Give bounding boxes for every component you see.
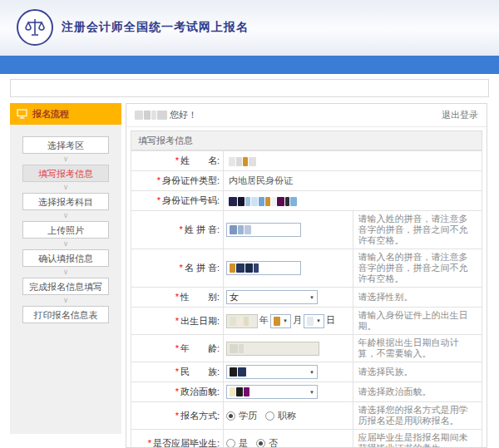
greeting-bar: 您好！ 退出登录: [126, 104, 487, 127]
greeting: 您好！: [135, 109, 197, 121]
field-hint-age: 年龄根据出生日期自动计算，不需要输入。: [353, 335, 482, 362]
sidebar-step-2[interactable]: 填写报考信息: [22, 165, 109, 182]
form-row-gender: *性 别:女▼请选择性别。: [131, 288, 482, 308]
field-label-birthdate: *出生日期:: [131, 308, 224, 335]
required-asterisk: *: [175, 292, 179, 302]
form-row-ethnicity: *民 族:▼请选择民族。: [131, 362, 482, 382]
required-asterisk: *: [175, 386, 179, 396]
redaction-block: [285, 197, 289, 206]
gender-select-value: 女: [230, 291, 239, 303]
required-asterisk: *: [148, 438, 151, 448]
redaction-block: [274, 317, 280, 326]
field-control-surname-pinyin: [224, 211, 353, 249]
dropdown-arrow-icon: ▼: [309, 370, 314, 375]
sidebar-step-7[interactable]: 打印报名信息表: [22, 306, 109, 323]
field-control-gender: 女▼: [224, 288, 353, 308]
redaction-block: [238, 197, 245, 206]
sidebar-header: 报名流程: [10, 103, 121, 125]
section-title: 填写报考信息: [131, 130, 482, 150]
required-asterisk: *: [157, 175, 161, 185]
ethnicity-select[interactable]: ▼: [226, 365, 318, 379]
redaction-block: [230, 225, 237, 234]
sidebar-step-5[interactable]: 确认填报信息: [22, 249, 109, 267]
form-row-givenname-pinyin: *名 拼 音:请输入名的拼音，请注意多音字的拼音，拼音之间不允许有空格。: [131, 249, 482, 288]
birthdate-year-input[interactable]: [226, 314, 258, 328]
political-status-select[interactable]: ▼: [226, 385, 318, 399]
redacted-value: [230, 225, 251, 234]
redaction-block: [157, 111, 167, 120]
fresh-graduate-radio-label-2: 否: [269, 438, 278, 448]
redaction-block: [245, 263, 253, 273]
form-container: 填写报考信息 *姓 名:*身份证件类型:内地居民身份证*身份证件号码:*姓 拼 …: [131, 130, 482, 448]
field-label-gender: *性 别:: [131, 288, 224, 308]
required-asterisk: *: [157, 195, 161, 205]
field-hint-ethnicity: 请选择民族。: [353, 362, 482, 382]
form-row-birthdate: *出生日期:年▼月▼日请输入身份证件上的出生日期。: [131, 308, 482, 335]
chevron-down-icon: ∨: [22, 154, 109, 165]
required-asterisk: *: [175, 411, 179, 421]
field-control-age: [224, 335, 353, 362]
field-hint-fresh-graduate: 应届毕业生是指报名期间未获得毕业证书的考生。: [353, 430, 482, 448]
fresh-graduate-radio-1[interactable]: [226, 439, 235, 448]
redaction-block: [236, 387, 243, 396]
unit-label: 日: [326, 315, 335, 325]
site-title: 注册会计师全国统一考试网上报名: [62, 20, 249, 35]
logout-link[interactable]: 退出登录: [442, 109, 478, 121]
field-hint-birthdate: 请输入身份证件上的出生日期。: [353, 308, 482, 335]
redaction-block: [238, 225, 244, 234]
redaction-block: [230, 367, 237, 377]
dropdown-arrow-icon: ▼: [283, 318, 288, 323]
field-value-id-type: 内地居民身份证: [224, 171, 482, 191]
redacted-value: [230, 263, 259, 273]
form-row-surname-pinyin: *姓 拼 音:请输入姓的拼音，请注意多音字的拼音，拼音之间不允许有空格。: [131, 211, 482, 249]
field-hint-registration-method: 请选择您的报名方式是用学历报名还是用职称报名。: [353, 402, 482, 430]
redaction-block: [230, 317, 236, 326]
field-control-fresh-graduate: 是否: [224, 430, 353, 448]
field-label-givenname-pinyin: *名 拼 音:: [131, 249, 224, 288]
field-hint-political-status: 请选择政治面貌。: [353, 382, 482, 402]
redaction-block: [245, 225, 251, 234]
scales-icon: [24, 17, 46, 38]
field-control-givenname-pinyin: [224, 249, 353, 288]
redaction-block: [230, 344, 238, 353]
age-input[interactable]: [226, 342, 319, 356]
fresh-graduate-radio-2[interactable]: [256, 439, 265, 448]
gender-select[interactable]: 女▼: [226, 290, 318, 304]
field-value-id-number: [224, 191, 482, 211]
top-nav-bar: [0, 56, 499, 74]
redaction-block: [229, 197, 237, 206]
field-label-registration-method: *报名方式:: [131, 402, 224, 430]
redaction-block: [230, 263, 235, 273]
sidebar-step-4[interactable]: 上传照片: [22, 221, 109, 239]
givenname-pinyin-input[interactable]: [226, 261, 301, 275]
field-label-surname-pinyin: *姓 拼 音:: [131, 211, 224, 249]
surname-pinyin-input[interactable]: [226, 223, 301, 237]
cicpa-logo-emblem: [17, 9, 53, 46]
field-label-fresh-graduate: *是否应届毕业生:: [131, 430, 224, 448]
field-control-ethnicity: ▼: [224, 362, 353, 382]
content-area: 报名流程 选择考区∨填写报考信息∨选择报考科目∨上传照片∨确认填报信息∨完成报名…: [10, 103, 487, 448]
redaction-block: [290, 197, 297, 206]
dropdown-arrow-icon: ▼: [309, 295, 314, 300]
required-asterisk: *: [175, 155, 179, 165]
redaction-block: [236, 157, 242, 166]
sidebar-step-6[interactable]: 完成报名信息填写: [22, 278, 109, 295]
birthdate-month-select[interactable]: ▼: [270, 314, 291, 328]
redaction-block: [236, 263, 245, 273]
field-hint-givenname-pinyin: 请输入名的拼音，请注意多音字的拼音，拼音之间不允许有空格。: [353, 249, 482, 288]
redaction-block: [249, 157, 256, 166]
birthdate-day-select[interactable]: ▼: [304, 314, 324, 328]
sidebar-title: 报名流程: [32, 108, 69, 121]
required-asterisk: *: [175, 343, 179, 353]
field-hint-gender: 请选择性别。: [353, 288, 482, 308]
form-row-age: *年 龄:年龄根据出生日期自动计算，不需要输入。: [131, 335, 482, 362]
redaction-block: [144, 111, 151, 120]
field-control-birthdate: 年▼月▼日: [224, 308, 353, 335]
sidebar-step-1[interactable]: 选择考区: [22, 136, 109, 154]
registration-method-radio-1[interactable]: [226, 411, 235, 421]
form-row-id-number: *身份证件号码:: [131, 191, 482, 211]
main-panel: 您好！ 退出登录 填写报考信息 *姓 名:*身份证件类型:内地居民身份证*身份证…: [126, 103, 487, 448]
sidebar-step-3[interactable]: 选择报考科目: [22, 193, 109, 210]
name-redacted: [229, 157, 256, 166]
registration-method-radio-2[interactable]: [265, 411, 274, 421]
